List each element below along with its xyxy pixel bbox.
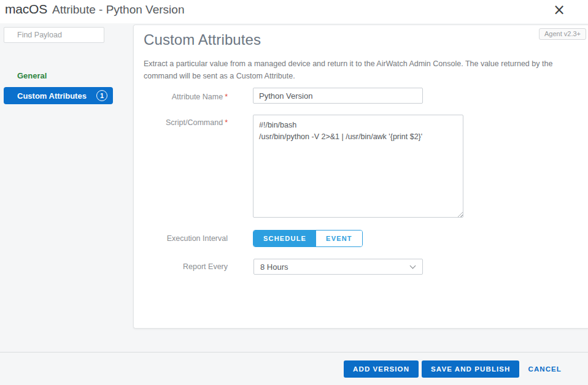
custom-attributes-panel: Agent v2.3+ Custom Attributes Extract a …: [133, 25, 588, 329]
platform-label: macOS: [5, 2, 47, 16]
add-version-button[interactable]: ADD VERSION: [344, 360, 419, 378]
footer-actions: ADD VERSION SAVE AND PUBLISH CANCEL: [0, 353, 588, 385]
page-title: macOSAttribute - Python Version: [5, 2, 184, 17]
report-every-label: Report Every: [144, 262, 228, 271]
execution-interval-label: Execution Interval: [144, 234, 228, 243]
primary-button-group: ADD VERSION SAVE AND PUBLISH: [344, 360, 519, 378]
save-and-publish-button[interactable]: SAVE AND PUBLISH: [422, 360, 519, 378]
sidebar-item-custom-attributes[interactable]: Custom Attributes 1: [4, 87, 113, 104]
panel-heading: Custom Attributes: [144, 31, 261, 48]
execution-interval-toggle: SCHEDULE EVENT: [253, 230, 363, 247]
agent-version-badge: Agent v2.3+: [539, 28, 586, 40]
payload-sidebar: General Custom Attributes 1: [0, 23, 133, 385]
sidebar-item-general[interactable]: General: [17, 71, 47, 80]
window-header: macOSAttribute - Python Version ×: [0, 0, 588, 23]
required-marker: *: [225, 93, 228, 101]
schedule-toggle-button[interactable]: SCHEDULE: [253, 231, 316, 246]
required-marker: *: [225, 118, 228, 127]
script-command-textarea[interactable]: #!/bin/bash /usr/bin/python -V 2>&1 | /u…: [253, 115, 463, 218]
report-every-value: 8 Hours: [260, 262, 411, 272]
cancel-button[interactable]: CANCEL: [528, 365, 562, 373]
sidebar-item-label: Custom Attributes: [17, 91, 87, 101]
panel-description: Extract a particular value from a manage…: [144, 58, 581, 83]
find-payload-input[interactable]: [4, 27, 104, 43]
attribute-name-input[interactable]: [253, 88, 423, 104]
attribute-name-label: Attribute Name*: [144, 93, 228, 101]
event-toggle-button[interactable]: EVENT: [316, 231, 362, 246]
count-badge: 1: [96, 90, 107, 101]
close-icon[interactable]: ×: [551, 1, 568, 18]
script-command-label: Script/Command*: [144, 118, 228, 127]
chevron-down-icon: [410, 263, 416, 269]
window-title: Attribute - Python Version: [52, 3, 184, 16]
report-every-select[interactable]: 8 Hours: [253, 259, 423, 275]
